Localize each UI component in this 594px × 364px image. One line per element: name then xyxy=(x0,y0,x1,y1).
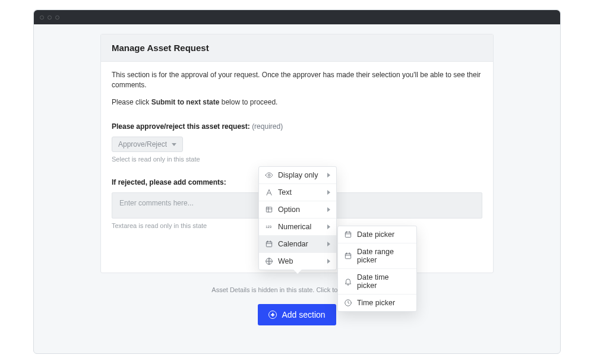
menu-item-label: Text xyxy=(278,188,323,197)
calendar-icon xyxy=(265,240,273,248)
menu-item-option[interactable]: Option xyxy=(259,201,336,219)
intro-text-2: Please click Submit to next state below … xyxy=(112,97,482,107)
submenu-item-label: Date picker xyxy=(357,230,410,239)
app-window: Manage Asset Request This section is for… xyxy=(33,10,561,354)
chevron-right-icon xyxy=(327,190,330,195)
window-control-max[interactable] xyxy=(55,15,59,20)
hidden-section-note[interactable]: Asset Details is hidden in this state. C… xyxy=(100,286,494,293)
chevron-right-icon xyxy=(327,224,330,229)
calendar-submenu: Date pickerDate range pickerDate time pi… xyxy=(337,226,417,312)
content-area: Manage Asset Request This section is for… xyxy=(34,24,560,340)
footer-actions: Add section xyxy=(100,304,494,325)
intro-text-1: This section is for the approval of your… xyxy=(112,70,482,90)
intro2-bold: Submit to next state xyxy=(151,98,220,106)
add-section-button[interactable]: Add section xyxy=(258,304,336,325)
panel-header: Manage Asset Request xyxy=(101,34,493,62)
bell-icon xyxy=(344,277,352,286)
select-value: Approve/Reject xyxy=(118,140,167,148)
menu-item-calendar[interactable]: Calendar xyxy=(259,236,336,253)
approve-reject-select[interactable]: Approve/Reject xyxy=(112,137,183,152)
svg-rect-5 xyxy=(345,232,350,238)
submenu-item-label: Date time picker xyxy=(357,273,410,290)
menu-item-text[interactable]: Text xyxy=(259,184,336,201)
menu-item-label: Calendar xyxy=(278,240,323,248)
approve-label-row: Please approve/reject this asset request… xyxy=(112,122,482,131)
menu-item-label: Numerical xyxy=(278,223,323,231)
plus-circle-icon xyxy=(268,311,277,319)
chevron-down-icon xyxy=(172,143,176,146)
svg-rect-6 xyxy=(345,254,350,259)
menu-item-display-only[interactable]: Display only xyxy=(259,167,336,184)
window-control-close[interactable] xyxy=(40,15,44,20)
submenu-item-date-time-picker[interactable]: Date time picker xyxy=(338,269,416,295)
menu-item-numerical[interactable]: 123Numerical xyxy=(259,219,336,236)
select-readonly-hint: Select is read only in this state xyxy=(112,156,482,163)
submenu-item-date-range-picker[interactable]: Date range picker xyxy=(338,243,416,269)
chevron-right-icon xyxy=(327,242,330,246)
textA-icon xyxy=(265,188,273,197)
element-type-menu: Display onlyTextOption123NumericalCalend… xyxy=(258,166,337,270)
intro2-suffix: below to proceed. xyxy=(219,98,277,106)
submenu-item-label: Date range picker xyxy=(357,248,410,264)
menu-item-label: Display only xyxy=(278,171,323,179)
panel-body: This section is for the approval of your… xyxy=(101,62,493,273)
globe-icon xyxy=(265,257,273,265)
menu-item-label: Web xyxy=(278,257,323,265)
window-titlebar xyxy=(34,10,560,24)
chevron-right-icon xyxy=(327,207,330,212)
submenu-item-label: Time picker xyxy=(357,299,410,307)
required-badge: (required) xyxy=(252,122,283,131)
menu-item-label: Option xyxy=(278,205,323,214)
num123-icon: 123 xyxy=(265,223,273,231)
window-control-min[interactable] xyxy=(48,15,52,20)
calendar-icon xyxy=(344,252,352,260)
clock-icon xyxy=(344,299,352,307)
manage-asset-panel: Manage Asset Request This section is for… xyxy=(100,34,494,273)
chevron-right-icon xyxy=(327,173,330,178)
intro2-prefix: Please click xyxy=(112,98,151,106)
svg-text:123: 123 xyxy=(266,225,271,229)
svg-rect-1 xyxy=(266,207,271,212)
svg-point-0 xyxy=(268,174,270,176)
svg-rect-3 xyxy=(266,242,271,247)
textarea-placeholder: Enter comments here... xyxy=(119,199,194,207)
grid-icon xyxy=(265,205,273,214)
submenu-item-date-picker[interactable]: Date picker xyxy=(338,226,416,243)
submenu-item-time-picker[interactable]: Time picker xyxy=(338,295,416,311)
approve-label: Please approve/reject this asset request… xyxy=(112,122,250,131)
chevron-right-icon xyxy=(327,259,330,264)
eye-icon xyxy=(265,171,273,179)
calendar-icon xyxy=(344,230,352,239)
menu-item-web[interactable]: Web xyxy=(259,253,336,270)
add-section-label: Add section xyxy=(282,310,325,319)
panel-title: Manage Asset Request xyxy=(112,43,482,53)
